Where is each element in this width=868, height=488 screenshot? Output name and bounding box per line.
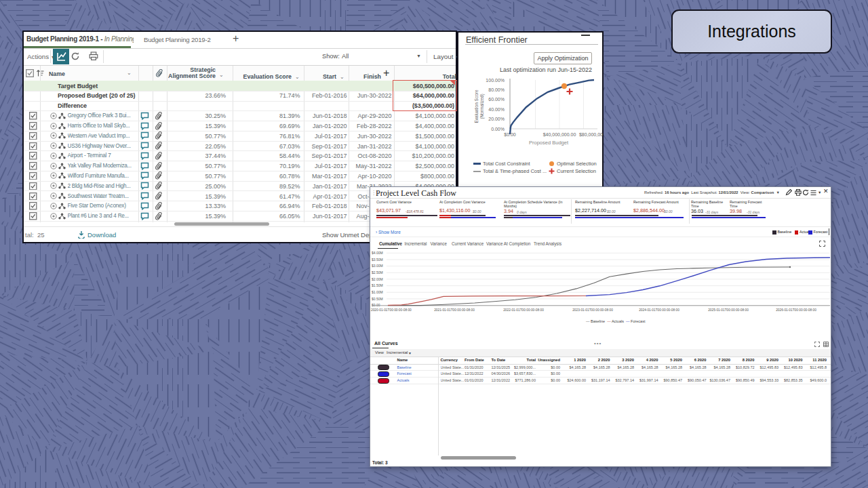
svg-text:$1.50M: $1.50M [372, 283, 383, 287]
svg-text:$4.00M: $4.00M [372, 251, 383, 255]
svg-text:Evaluation Score: Evaluation Score [474, 89, 479, 123]
svg-text:$2.50M: $2.50M [372, 270, 383, 274]
svg-text:2023-01-01T00:00:00-08:00: 2023-01-01T00:00:00-08:00 [572, 308, 613, 312]
svg-text:2020-01-01T00:00:00-08:00: 2020-01-01T00:00:00-08:00 [371, 308, 412, 312]
svg-text:2021-01-01T00:00:00-08:00: 2021-01-01T00:00:00-08:00 [434, 308, 475, 312]
svg-text:2022-01-01T00:00:00-08:00: 2022-01-01T00:00:00-08:00 [503, 308, 544, 312]
svg-text:2025-01-01T00:00:00-08:00: 2025-01-01T00:00:00-08:00 [708, 308, 749, 312]
svg-text:2024-01-01T00:00:00-08:00: 2024-01-01T00:00:00-08:00 [639, 308, 679, 312]
svg-text:0.00%: 0.00% [491, 127, 505, 131]
svg-text:60.00%: 60.00% [488, 97, 505, 102]
svg-text:$80,000,00: $80,000,00 [579, 132, 603, 137]
svg-text:40.00%: 40.00% [488, 107, 505, 112]
svg-text:$3.00M: $3.00M [372, 264, 383, 268]
svg-text:$2.00M: $2.00M [372, 277, 383, 281]
svg-text:— Baseline — Actuals — Forec: — Baseline — Actuals — Forecast [586, 319, 646, 323]
svg-text:100.00%: 100.00% [486, 78, 505, 83]
svg-text:(Normalized): (Normalized) [479, 94, 485, 119]
svg-text:2026-01-01T00:00:00-08:00: 2026-01-01T00:00:00-08:00 [776, 308, 816, 312]
svg-text:$0.50M: $0.50M [372, 297, 383, 301]
svg-text:Proposed Budget: Proposed Budget [529, 140, 569, 146]
svg-text:80.00%: 80.00% [488, 87, 505, 92]
svg-text:$1.00M: $1.00M [372, 290, 383, 294]
svg-text:$3.50M: $3.50M [372, 258, 383, 262]
svg-text:20.00%: 20.00% [488, 117, 505, 121]
svg-text:$40,000,000.00: $40,000,000.00 [543, 132, 576, 137]
